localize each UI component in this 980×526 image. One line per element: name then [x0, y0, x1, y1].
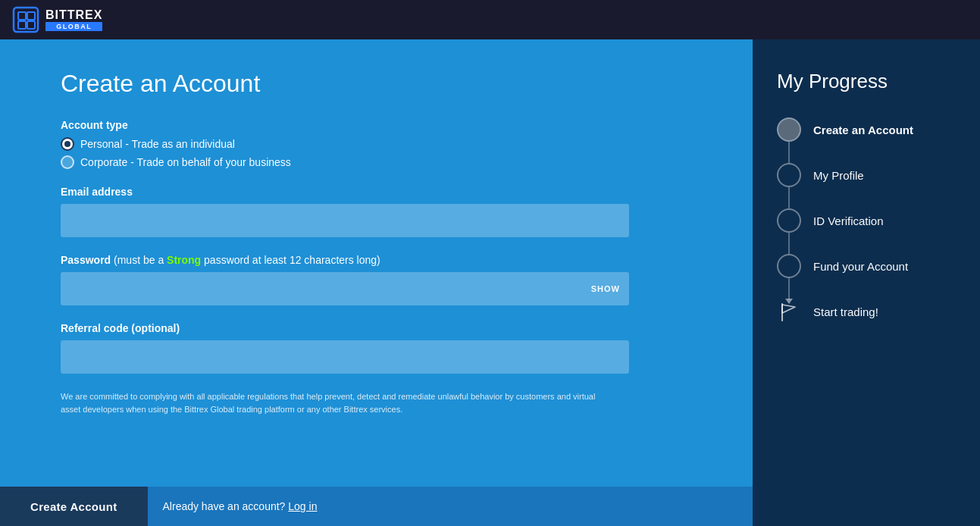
sidebar: My Progress Create an Account My Profile…	[753, 39, 980, 526]
password-label-prefix: Password	[61, 254, 111, 266]
svg-rect-3	[27, 12, 35, 20]
step-circle-4	[777, 254, 801, 278]
radio-corporate[interactable]: Corporate - Trade on behalf of your busi…	[61, 155, 707, 169]
radio-personal-label: Personal - Trade as an individual	[80, 138, 235, 150]
radio-corporate-btn[interactable]	[61, 155, 74, 169]
svg-rect-2	[18, 21, 26, 29]
email-label: Email address	[61, 186, 707, 198]
svg-rect-4	[27, 21, 35, 29]
login-link[interactable]: Log in	[288, 500, 317, 512]
create-account-button[interactable]: Create Account	[0, 487, 148, 526]
step-connector-3	[788, 233, 790, 254]
password-label: Password (must be a Strong password at l…	[61, 254, 707, 266]
step-connector-4	[788, 278, 790, 299]
step-create-account: Create an Account	[777, 117, 956, 142]
password-field-group: Password (must be a Strong password at l…	[61, 254, 707, 305]
radio-personal-btn[interactable]	[61, 137, 74, 151]
referral-label: Referral code (optional)	[61, 322, 707, 334]
show-password-button[interactable]: SHOW	[591, 284, 620, 293]
password-input[interactable]	[61, 272, 629, 305]
referral-field-group: Referral code (optional)	[61, 322, 707, 374]
step-start-trading: Start trading!	[777, 299, 956, 324]
header: BITTREX GLOBAL	[0, 0, 980, 39]
step-connector-2	[788, 187, 790, 208]
form-area: Create an Account Account type Personal …	[0, 39, 753, 526]
password-label-normal: (must be a	[111, 254, 167, 266]
radio-corporate-label: Corporate - Trade on behalf of your busi…	[80, 156, 291, 168]
logo-sub: GLOBAL	[45, 22, 102, 31]
flag-icon	[777, 299, 801, 324]
step-label-5: Start trading!	[813, 305, 878, 318]
bottom-bar: Create Account Already have an account? …	[0, 487, 753, 526]
radio-personal[interactable]: Personal - Trade as an individual	[61, 137, 707, 151]
logo-brand: BITTREX	[45, 8, 102, 22]
step-label-4: Fund your Account	[813, 260, 908, 273]
referral-input[interactable]	[61, 340, 629, 374]
svg-rect-1	[18, 12, 26, 20]
account-type-section: Account type Personal - Trade as an indi…	[61, 119, 707, 169]
login-link-container: Already have an account? Log in	[163, 500, 318, 512]
bittrex-logo-icon	[12, 6, 39, 33]
disclaimer-text: We are committed to complying with all a…	[61, 390, 606, 415]
step-circle-3	[777, 208, 801, 233]
step-label-2: My Profile	[813, 169, 864, 182]
main-content: Create an Account Account type Personal …	[0, 39, 980, 526]
step-fund-account: Fund your Account	[777, 254, 956, 278]
password-label-strong: Strong	[167, 254, 201, 266]
step-id-verification: ID Verification	[777, 208, 956, 233]
step-connector-1	[788, 142, 790, 163]
account-type-label: Account type	[61, 119, 707, 131]
step-circle-2	[777, 163, 801, 187]
password-label-suffix: password at least 12 characters long)	[201, 254, 380, 266]
step-label-1: Create an Account	[813, 124, 913, 136]
step-label-3: ID Verification	[813, 214, 884, 227]
progress-steps: Create an Account My Profile ID Verifica…	[777, 117, 956, 324]
login-text: Already have an account?	[163, 500, 286, 512]
page-title: Create an Account	[61, 70, 707, 98]
email-input[interactable]	[61, 204, 629, 237]
step-my-profile: My Profile	[777, 163, 956, 187]
password-wrapper: SHOW	[61, 272, 629, 305]
email-field-group: Email address	[61, 186, 707, 237]
logo-text: BITTREX GLOBAL	[45, 8, 102, 31]
step-circle-1	[777, 117, 801, 142]
logo-container: BITTREX GLOBAL	[12, 6, 102, 33]
progress-title: My Progress	[777, 70, 956, 93]
